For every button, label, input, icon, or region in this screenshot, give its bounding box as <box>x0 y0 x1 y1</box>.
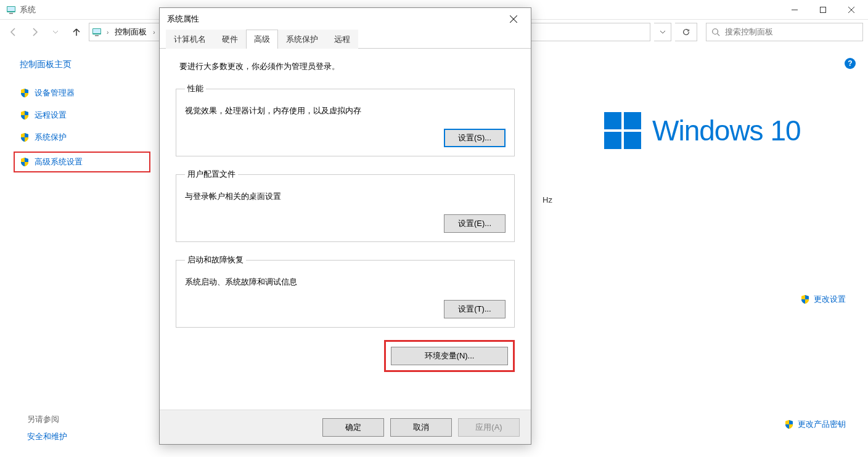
env-var-highlight: 环境变量(N)... <box>384 340 515 372</box>
tab-advanced[interactable]: 高级 <box>246 30 278 49</box>
shield-icon <box>20 132 30 142</box>
change-settings-label: 更改设置 <box>814 294 846 305</box>
close-button[interactable] <box>837 0 866 19</box>
chevron-right-icon: › <box>105 29 110 36</box>
ok-button[interactable]: 确定 <box>322 418 384 437</box>
search-box[interactable]: 搜索控制面板 <box>706 23 863 41</box>
back-button[interactable] <box>5 23 22 41</box>
svg-rect-4 <box>821 7 826 12</box>
breadcrumb-item[interactable]: 控制面板 <box>113 26 148 38</box>
search-placeholder: 搜索控制面板 <box>725 26 773 38</box>
search-icon <box>711 28 720 36</box>
change-product-key-link[interactable]: 更改产品密钥 <box>784 419 846 430</box>
tab-computer-name[interactable]: 计算机名 <box>166 30 214 49</box>
startup-recovery-legend: 启动和故障恢复 <box>185 254 246 265</box>
user-profiles-legend: 用户配置文件 <box>185 169 238 180</box>
system-properties-dialog: 系统属性 计算机名 硬件 高级 系统保护 远程 要进行大多数更改，你必须作为管理… <box>159 7 531 445</box>
pc-icon <box>92 27 102 37</box>
svg-rect-2 <box>9 13 13 14</box>
startup-recovery-settings-button[interactable]: 设置(T)... <box>444 300 506 318</box>
maximize-button[interactable] <box>809 0 837 19</box>
windows-logo: Windows 10 <box>604 112 801 149</box>
security-maintenance-link[interactable]: 安全和维护 <box>27 432 67 441</box>
sidebar-item-label: 设备管理器 <box>35 87 75 99</box>
windows-logo-text: Windows 10 <box>652 114 801 147</box>
shield-icon <box>20 88 30 98</box>
sidebar: 控制面板主页 设备管理器 远程设置 系统保护 高级系统设置 另请参阅 安全和维护 <box>0 44 148 457</box>
tab-hardware[interactable]: 硬件 <box>214 30 246 49</box>
dialog-footer: 确定 取消 应用(A) <box>160 410 531 444</box>
performance-legend: 性能 <box>185 83 206 94</box>
system-icon <box>6 5 16 15</box>
window-title: 系统 <box>20 4 36 15</box>
user-profiles-desc: 与登录帐户相关的桌面设置 <box>185 191 506 202</box>
address-dropdown[interactable] <box>654 23 671 41</box>
sidebar-item-label: 系统保护 <box>35 132 67 143</box>
dialog-close-button[interactable] <box>504 9 523 29</box>
dialog-body: 要进行大多数更改，你必须作为管理员登录。 性能 视觉效果，处理器计划，内存使用，… <box>160 49 531 410</box>
dialog-tabs: 计算机名 硬件 高级 系统保护 远程 <box>160 30 531 49</box>
help-icon[interactable]: ? <box>845 58 856 69</box>
startup-recovery-group: 启动和故障恢复 系统启动、系统故障和调试信息 设置(T)... <box>176 254 515 328</box>
svg-rect-9 <box>95 35 99 36</box>
tab-remote[interactable]: 远程 <box>326 30 358 49</box>
also-see-header: 另请参阅 <box>27 414 67 425</box>
startup-recovery-desc: 系统启动、系统故障和调试信息 <box>185 277 506 288</box>
sidebar-item-label: 远程设置 <box>35 110 67 121</box>
sidebar-item-advanced-system-settings[interactable]: 高级系统设置 <box>16 154 148 170</box>
recent-dropdown[interactable] <box>47 23 64 41</box>
shield-icon <box>800 294 810 304</box>
refresh-button[interactable] <box>675 23 697 41</box>
performance-settings-button[interactable]: 设置(S)... <box>444 129 506 147</box>
sidebar-item-device-manager[interactable]: 设备管理器 <box>20 87 148 99</box>
shield-icon <box>20 110 30 120</box>
user-profiles-group: 用户配置文件 与登录帐户相关的桌面设置 设置(E)... <box>176 169 515 242</box>
change-product-key-label: 更改产品密钥 <box>798 419 846 430</box>
tab-system-protection[interactable]: 系统保护 <box>278 30 326 49</box>
shield-icon <box>784 419 794 429</box>
dialog-titlebar: 系统属性 <box>160 8 531 30</box>
up-button[interactable] <box>68 23 85 41</box>
sidebar-item-label: 高级系统设置 <box>35 156 83 168</box>
performance-desc: 视觉效果，处理器计划，内存使用，以及虚拟内存 <box>185 105 506 116</box>
control-panel-home-link[interactable]: 控制面板主页 <box>20 59 148 70</box>
admin-note: 要进行大多数更改，你必须作为管理员登录。 <box>179 61 515 72</box>
minimize-button[interactable] <box>780 0 809 19</box>
sidebar-item-remote-settings[interactable]: 远程设置 <box>20 110 148 121</box>
cancel-button[interactable]: 取消 <box>390 418 452 437</box>
apply-button[interactable]: 应用(A) <box>458 418 520 437</box>
environment-variables-button[interactable]: 环境变量(N)... <box>391 347 508 365</box>
shield-icon <box>20 157 30 167</box>
chevron-right-icon: › <box>152 29 156 36</box>
svg-line-11 <box>718 34 720 36</box>
also-see-section: 另请参阅 安全和维护 <box>27 414 67 442</box>
hz-text: Hz <box>542 195 552 204</box>
svg-rect-1 <box>7 7 15 11</box>
windows-squares-icon <box>604 112 641 149</box>
svg-point-10 <box>713 29 718 34</box>
svg-rect-8 <box>93 29 100 33</box>
forward-button[interactable] <box>26 23 43 41</box>
sidebar-item-system-protection[interactable]: 系统保护 <box>20 132 148 143</box>
user-profiles-settings-button[interactable]: 设置(E)... <box>444 214 506 233</box>
change-settings-link[interactable]: 更改设置 <box>800 294 846 305</box>
performance-group: 性能 视觉效果，处理器计划，内存使用，以及虚拟内存 设置(S)... <box>176 83 515 156</box>
dialog-title: 系统属性 <box>167 14 199 25</box>
